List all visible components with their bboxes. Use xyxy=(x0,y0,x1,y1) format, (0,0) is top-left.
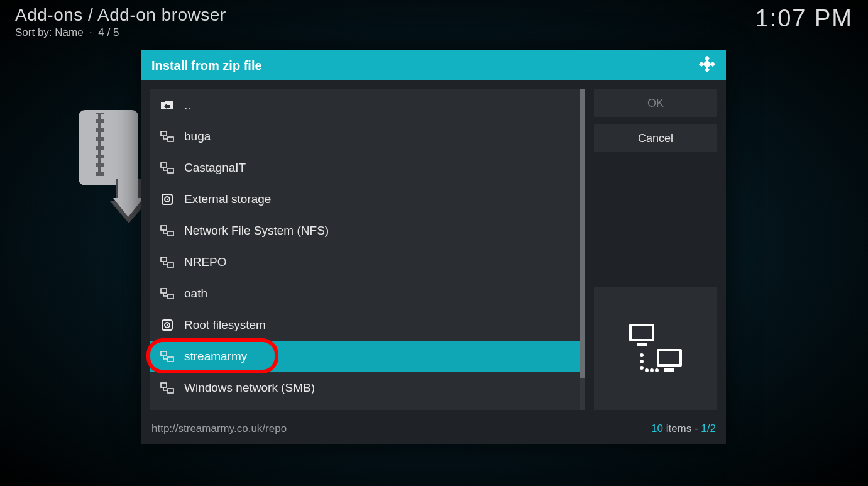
footer-total: 10 xyxy=(651,422,663,434)
svg-point-51 xyxy=(650,368,654,372)
file-row-label: NREPO xyxy=(184,255,227,269)
svg-rect-5 xyxy=(101,123,104,128)
svg-point-27 xyxy=(167,199,168,200)
file-row-castagnait[interactable]: CastagnaIT xyxy=(150,152,580,184)
file-row-nrepo[interactable]: NREPO xyxy=(150,246,580,278)
svg-point-52 xyxy=(655,368,659,372)
dialog-titlebar: Install from zip file xyxy=(141,50,726,80)
svg-rect-38 xyxy=(168,357,173,362)
network-icon xyxy=(160,350,174,363)
breadcrumb: Add-ons / Add-on browser xyxy=(15,5,853,25)
install-from-zip-dialog: Install from zip file ..bugaCastagnaITEx… xyxy=(141,50,726,444)
svg-rect-14 xyxy=(94,167,98,172)
file-browser-panel: ..bugaCastagnaITExternal storageNetwork … xyxy=(150,89,585,410)
svg-rect-32 xyxy=(161,289,167,293)
file-row-label: Windows network (SMB) xyxy=(184,381,315,395)
svg-rect-8 xyxy=(94,141,98,146)
file-row-label: Root filesystem xyxy=(184,318,266,332)
scrollbar-thumb[interactable] xyxy=(580,89,585,378)
svg-point-36 xyxy=(167,324,168,326)
file-row-streamarmy[interactable]: streamarmy xyxy=(150,341,580,372)
svg-rect-29 xyxy=(168,231,173,236)
svg-rect-11 xyxy=(101,150,104,155)
disk-icon xyxy=(160,192,174,206)
svg-rect-42 xyxy=(632,326,652,339)
svg-rect-3 xyxy=(101,114,104,119)
svg-rect-28 xyxy=(161,226,167,230)
file-row-external-storage[interactable]: External storage xyxy=(150,184,580,215)
footer-items-word: items - xyxy=(663,422,701,434)
file-row-parent[interactable]: .. xyxy=(150,89,580,121)
network-icon xyxy=(160,224,174,238)
zip-file-icon xyxy=(75,107,145,226)
svg-rect-46 xyxy=(664,368,674,372)
network-icon xyxy=(160,255,174,269)
file-row-label: External storage xyxy=(184,192,271,206)
svg-rect-24 xyxy=(168,168,173,173)
network-icon xyxy=(160,130,174,143)
cancel-button[interactable]: Cancel xyxy=(594,124,717,152)
svg-point-50 xyxy=(645,368,649,372)
svg-rect-10 xyxy=(94,150,98,155)
svg-rect-22 xyxy=(168,137,173,141)
svg-point-48 xyxy=(640,360,644,363)
file-row-root-filesystem[interactable]: Root filesystem xyxy=(150,309,580,341)
file-row-label: streamarmy xyxy=(184,350,247,363)
svg-rect-43 xyxy=(637,343,647,346)
preview-panel xyxy=(594,287,717,410)
file-row-windows-network-smb-[interactable]: Windows network (SMB) xyxy=(150,372,580,404)
file-row-network-file-system-nfs-[interactable]: Network File System (NFS) xyxy=(150,215,580,246)
scrollbar[interactable] xyxy=(580,89,585,410)
sort-count: 4 / 5 xyxy=(98,26,119,38)
svg-point-49 xyxy=(640,366,644,370)
svg-rect-39 xyxy=(161,383,167,387)
footer-path: http://streamarmy.co.uk/repo xyxy=(151,422,287,435)
file-row-label: buga xyxy=(184,130,211,143)
page-header: Add-ons / Add-on browser Sort by: Name ·… xyxy=(15,5,853,39)
file-row-buga[interactable]: buga xyxy=(150,121,580,152)
svg-rect-30 xyxy=(161,257,167,262)
svg-rect-12 xyxy=(94,158,98,163)
svg-rect-7 xyxy=(101,132,104,137)
kodi-logo-icon xyxy=(698,55,716,75)
svg-rect-9 xyxy=(101,141,104,146)
network-icon xyxy=(160,287,174,301)
sort-value: Name xyxy=(55,26,83,38)
network-icon xyxy=(160,381,174,395)
svg-rect-40 xyxy=(168,389,173,393)
file-row-oath[interactable]: oath xyxy=(150,278,580,309)
svg-point-47 xyxy=(640,353,644,357)
svg-rect-33 xyxy=(168,294,173,299)
svg-rect-45 xyxy=(659,351,679,364)
file-row-label: CastagnaIT xyxy=(184,161,246,175)
svg-rect-21 xyxy=(161,131,167,136)
folder-up-icon xyxy=(160,98,174,112)
svg-rect-37 xyxy=(161,351,167,356)
svg-rect-15 xyxy=(101,167,104,172)
footer-page: 1/2 xyxy=(701,422,716,434)
svg-rect-0 xyxy=(79,110,138,185)
network-share-icon xyxy=(625,320,686,377)
network-icon xyxy=(160,161,174,175)
dialog-footer: http://streamarmy.co.uk/repo 10 items - … xyxy=(141,419,726,444)
svg-rect-6 xyxy=(94,132,98,137)
svg-rect-4 xyxy=(94,123,98,128)
svg-rect-13 xyxy=(101,158,104,163)
svg-rect-31 xyxy=(168,263,173,267)
ok-button[interactable]: OK xyxy=(594,89,717,117)
file-row-label: Network File System (NFS) xyxy=(184,224,329,238)
sort-prefix: Sort by: xyxy=(15,26,55,38)
footer-count: 10 items - 1/2 xyxy=(651,422,716,435)
file-list[interactable]: ..bugaCastagnaITExternal storageNetwork … xyxy=(150,89,585,410)
file-row-label: .. xyxy=(184,98,191,112)
svg-rect-20 xyxy=(703,60,711,69)
dialog-title: Install from zip file xyxy=(151,58,262,73)
file-row-label: oath xyxy=(184,287,207,301)
clock: 1:07 PM xyxy=(755,5,853,32)
disk-icon xyxy=(160,318,174,332)
svg-rect-23 xyxy=(161,163,167,167)
svg-rect-2 xyxy=(94,114,98,119)
sort-line: Sort by: Name · 4 / 5 xyxy=(15,26,853,39)
